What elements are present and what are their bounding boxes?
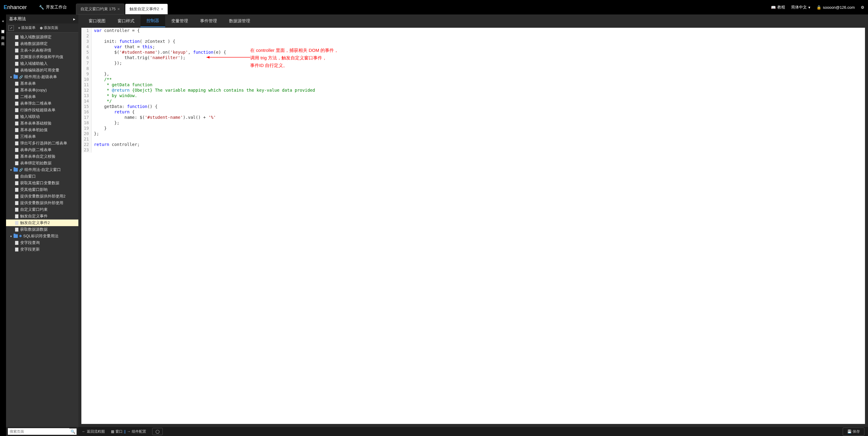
search-icon[interactable]: 🔍 (69, 429, 76, 435)
add-menu-button[interactable]: + 添加菜单 (18, 25, 36, 30)
sidebar-header: 基本用法 ▸ (6, 14, 79, 24)
app-header: Enhancer 🔧 开发工作台 自定义窗口约束 175×触发自定义事件2× 📖… (0, 0, 868, 14)
tree-file[interactable]: 输入域数据源绑定 (6, 34, 79, 40)
sub-tabs: 窗口视图窗口样式控制器变量管理事件管理数据源管理 (79, 14, 868, 28)
code-content[interactable]: var controller = { init: function( zCont… (92, 28, 317, 152)
workbench-link[interactable]: 🔧 开发工作台 (39, 4, 67, 10)
file-icon (15, 49, 19, 53)
tree-file[interactable]: 表单绑定初始数据 (6, 160, 79, 167)
sub-tab[interactable]: 窗口样式 (112, 16, 141, 27)
collapse-sidebar-icon[interactable]: « (0, 18, 6, 24)
tree-file[interactable]: 基本表单自定义校验 (6, 153, 79, 160)
file-icon (15, 188, 19, 192)
tree-file[interactable]: 基本表单 (6, 80, 79, 87)
file-icon (15, 208, 19, 212)
tree-file[interactable]: 弹出可多行选择的二维表单 (6, 140, 79, 147)
file-icon (15, 241, 19, 245)
tree-file[interactable]: 输入域联动 (6, 113, 79, 120)
tree-file[interactable]: 表单弹出二维表单 (6, 100, 79, 107)
code-editor[interactable]: 1234567891011121314151617181920212223 va… (82, 28, 865, 424)
sub-tab[interactable]: 窗口视图 (83, 16, 112, 27)
tree-file[interactable]: 页脚显示求和值和平均值 (6, 54, 79, 60)
tree-file[interactable]: 输入域辅助输入 (6, 60, 79, 67)
file-icon (15, 181, 19, 185)
add-page-button[interactable]: ⊕ 添加页面 (40, 25, 58, 30)
file-icon (15, 148, 19, 152)
file-icon (15, 141, 19, 145)
sidebar-search: 🔍 (6, 427, 79, 436)
header-tab[interactable]: 触发自定义事件2× (125, 4, 168, 14)
file-icon (15, 221, 19, 225)
language-select[interactable]: 简体中文 ▾ (791, 4, 810, 10)
tree-folder[interactable]: ▾🔗组件用法-自定义窗口 (6, 167, 79, 173)
file-icon (15, 175, 19, 178)
tree-file[interactable]: 表单内嵌二维表单 (6, 147, 79, 153)
file-icon (15, 95, 19, 99)
file-icon (15, 35, 19, 39)
header-tab[interactable]: 自定义窗口约束 175× (76, 4, 124, 14)
sub-tab[interactable]: 变量管理 (165, 16, 194, 27)
tree-file[interactable]: 触发自定义事件 (6, 213, 79, 220)
vertical-tab[interactable]: 全局配置 (0, 36, 6, 42)
content-area: 窗口视图窗口样式控制器变量管理事件管理数据源管理 123456789101112… (79, 14, 868, 436)
file-icon (15, 82, 19, 86)
tree-file[interactable]: 行操作按钮超级表单 (6, 107, 79, 113)
file-icon (15, 161, 19, 165)
folder-icon (13, 75, 18, 79)
footer-bar: ← 返回流程图 ▦ 窗口 || → 组件配置 ◯ 💾 保存 (79, 427, 868, 436)
tree-file[interactable]: 自定义窗口约束 (6, 206, 79, 213)
tutorial-link[interactable]: 📖 教程 (771, 4, 785, 10)
chevron-down-icon: ▾ (808, 5, 810, 10)
vertical-tab[interactable]: 页面管理 (0, 24, 6, 30)
tree-file[interactable]: 二维表单 (6, 93, 79, 100)
expand-icon[interactable]: ⤢ (8, 25, 14, 31)
wrench-icon: 🔧 (39, 5, 44, 10)
tree-file[interactable]: 基本表单(copy) (6, 87, 79, 93)
file-icon (15, 62, 19, 66)
tree-file[interactable]: 表格编辑器的可用变量 (6, 67, 79, 74)
sidebar-title: 基本用法 (9, 16, 26, 22)
tree-file[interactable]: 自由窗口 (6, 173, 79, 180)
gear-icon: ⚙ (861, 5, 864, 10)
tree-file[interactable]: 三维表单 (6, 133, 79, 140)
file-icon (15, 155, 19, 158)
tree-file[interactable]: 变字段更新 (6, 246, 79, 253)
tree-file[interactable]: 提供变量数据供外部使用2 (6, 193, 79, 200)
user-menu[interactable]: 🔒 soooon@126.com (816, 5, 855, 10)
tree-file[interactable]: 获取其他窗口变量数据 (6, 180, 79, 186)
back-button[interactable]: ← 返回流程图 (82, 429, 105, 434)
file-icon (15, 214, 19, 218)
sub-tab[interactable]: 数据源管理 (223, 16, 256, 27)
tree-file[interactable]: 受其他窗口影响 (6, 186, 79, 193)
tree-file[interactable]: 基本表单初始值 (6, 127, 79, 133)
tree-file[interactable]: 基本表单基础校验 (6, 120, 79, 127)
tree-file[interactable]: 主表->从表格详情 (6, 47, 79, 54)
file-icon (15, 228, 19, 232)
link-icon: 🔗 (19, 168, 23, 172)
tree-file[interactable]: 提供变量数据供外部使用 (6, 200, 79, 206)
search-input[interactable] (8, 428, 69, 435)
sub-tab[interactable]: 控制器 (141, 15, 165, 27)
file-icon (15, 88, 19, 92)
tree-folder[interactable]: ▾🔗组件用法-超级表单 (6, 74, 79, 80)
tree-file[interactable]: 表格数据源绑定 (6, 40, 79, 47)
tree-file[interactable]: 变字段查询 (6, 239, 79, 246)
breadcrumb: ▦ 窗口 || → 组件配置 (111, 429, 146, 434)
sub-tab[interactable]: 事件管理 (194, 16, 223, 27)
close-icon[interactable]: × (161, 7, 163, 11)
link-icon: 🔗 (19, 75, 23, 79)
chevron-down-icon: ▾ (10, 76, 12, 79)
sidebar: 基本用法 ▸ ⤢ + 添加菜单 ⊕ 添加页面 输入域数据源绑定表格数据源绑定主表… (6, 14, 79, 436)
tree-file[interactable]: 获取数据源数据 (6, 226, 79, 233)
tree-file[interactable]: 触发自定义事件2 (6, 220, 79, 226)
vertical-tab[interactable]: 用户与权限 (0, 30, 6, 36)
close-icon[interactable]: × (117, 7, 120, 11)
file-icon (15, 201, 19, 205)
file-icon (15, 68, 19, 72)
tree-folder[interactable]: ▾✱SQL标识符变量用法 (6, 233, 79, 239)
file-icon (15, 128, 19, 132)
play-icon[interactable]: ▸ (73, 17, 75, 21)
save-button[interactable]: 💾 保存 (843, 428, 864, 436)
file-icon (15, 42, 19, 46)
settings-button[interactable]: ⚙ (861, 5, 864, 10)
